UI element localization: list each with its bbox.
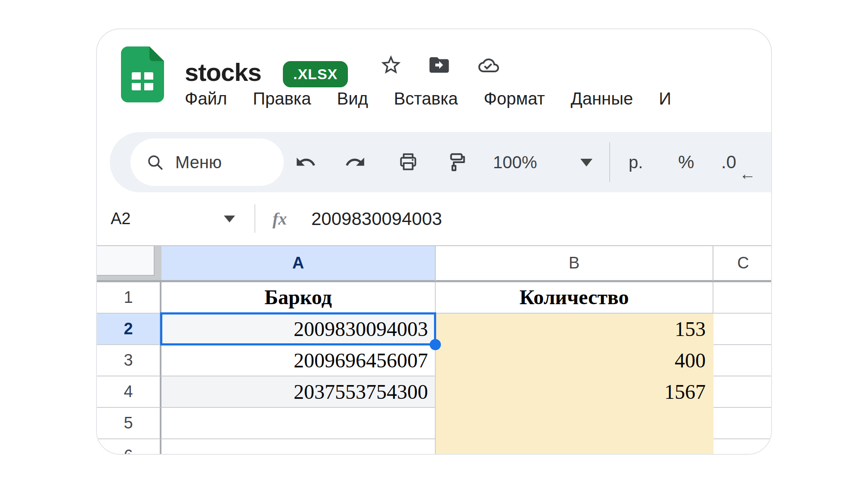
cell-c3[interactable] [713, 345, 772, 376]
row-header-5[interactable]: 5 [97, 408, 161, 439]
print-icon[interactable] [397, 151, 419, 173]
search-icon [146, 153, 164, 171]
zoom-level[interactable]: 100% [493, 132, 537, 192]
name-box[interactable]: A2 [111, 192, 130, 245]
cell-a3[interactable]: 2009696456007 [161, 345, 436, 376]
cell-a1[interactable]: Баркод [161, 282, 436, 314]
toolbar: Меню 100% р. % .0 ← [110, 132, 772, 192]
column-header-b[interactable]: B [436, 246, 713, 282]
paint-format-icon[interactable] [445, 151, 466, 173]
zoom-caret-icon[interactable] [580, 159, 592, 166]
formula-input[interactable]: 2009830094003 [311, 192, 442, 245]
column-header-a[interactable]: A [161, 246, 436, 282]
cell-b2[interactable]: 153 [436, 314, 713, 345]
cell-a4[interactable]: 2037553754300 [161, 376, 436, 408]
row-header-1[interactable]: 1 [97, 282, 161, 314]
cell-b6[interactable] [436, 439, 713, 455]
cell-a2-selected[interactable]: 2009830094003 [161, 314, 436, 345]
cell-b5[interactable] [436, 408, 713, 439]
row-header-4[interactable]: 4 [97, 376, 161, 408]
name-box-caret-icon[interactable] [224, 216, 235, 222]
star-icon[interactable] [379, 53, 403, 77]
menu-file[interactable]: Файл [185, 89, 227, 108]
sheets-window: stocks .XLSX Файл Правка Вид Вставка Фор… [96, 28, 772, 455]
cell-b1[interactable]: Количество [436, 282, 713, 314]
fx-icon: fx [273, 192, 287, 245]
cell-b3[interactable]: 400 [436, 345, 713, 376]
spreadsheet-grid: A B C 1 Баркод Количество 2 200983009400… [97, 245, 772, 455]
select-all-corner[interactable] [97, 246, 161, 282]
toolbar-divider [609, 142, 610, 182]
menu-edit[interactable]: Правка [253, 89, 311, 108]
cell-c6[interactable] [713, 439, 772, 455]
select-all-corner-box [97, 246, 155, 276]
cloud-saved-icon[interactable] [476, 55, 502, 76]
percent-format-button[interactable]: % [678, 132, 694, 192]
menu-search-box[interactable]: Меню [130, 139, 284, 186]
row-header-2[interactable]: 2 [97, 314, 161, 345]
column-header-c[interactable]: C [713, 246, 772, 282]
cell-c4[interactable] [713, 376, 772, 408]
decrease-decimal-button[interactable]: .0 [721, 132, 736, 192]
search-label: Меню [175, 153, 222, 172]
row-header-6[interactable]: 6 [97, 439, 161, 455]
cell-a5[interactable] [161, 408, 436, 439]
cell-c2[interactable] [713, 314, 772, 345]
google-sheets-icon[interactable] [121, 46, 164, 102]
cell-c1[interactable] [713, 282, 772, 314]
document-title[interactable]: stocks [185, 58, 261, 86]
cell-c5[interactable] [713, 408, 772, 439]
formula-bar-divider [254, 204, 255, 233]
formula-bar: A2 fx 2009830094003 [97, 192, 771, 245]
menu-format[interactable]: Формат [484, 89, 545, 108]
menu-insert[interactable]: Вставка [394, 89, 458, 108]
menu-bar: Файл Правка Вид Вставка Формат Данные И [185, 85, 671, 112]
menu-view[interactable]: Вид [337, 89, 368, 108]
redo-icon[interactable] [344, 151, 366, 173]
cell-a6[interactable] [161, 439, 436, 455]
currency-format-button[interactable]: р. [629, 132, 643, 192]
decrease-decimal-arrow-icon[interactable]: ← [739, 165, 756, 183]
menu-tools-truncated[interactable]: И [659, 89, 671, 108]
menu-data[interactable]: Данные [571, 89, 633, 108]
move-to-folder-icon[interactable] [428, 53, 451, 77]
cell-b4[interactable]: 1567 [436, 376, 713, 408]
undo-icon[interactable] [295, 151, 316, 173]
xlsx-badge: .XLSX [283, 61, 348, 87]
row-header-3[interactable]: 3 [97, 345, 161, 376]
